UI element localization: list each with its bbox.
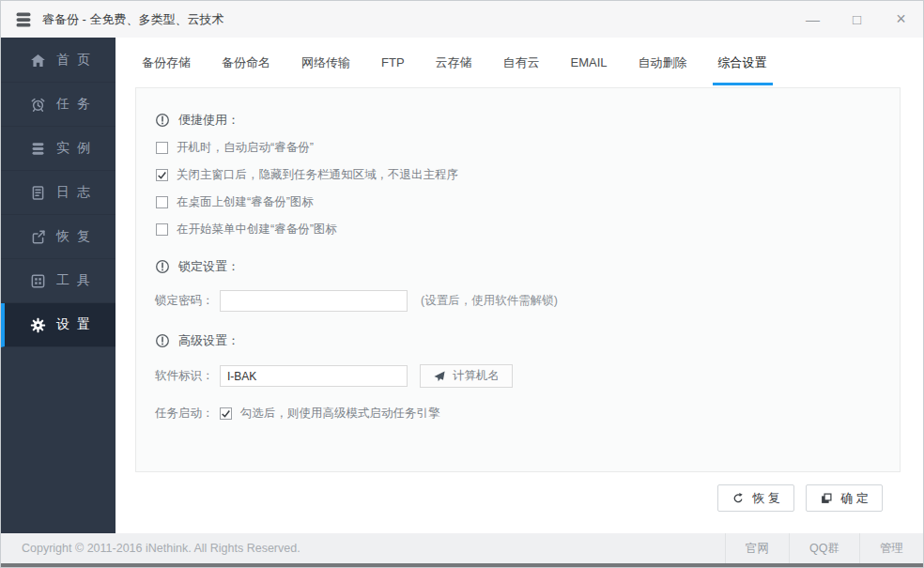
tab-network-transfer[interactable]: 网络传输	[300, 38, 352, 87]
option-startmenu-icon-row: 在开始菜单中创建“睿备份”图标	[155, 222, 881, 238]
gear-icon	[30, 317, 46, 333]
database-icon	[30, 141, 46, 157]
tab-cloud-storage[interactable]: 云存储	[434, 38, 474, 87]
option-desktop-icon-row: 在桌面上创建“睿备份”图标	[155, 194, 881, 210]
autostart-checkbox[interactable]	[156, 142, 168, 154]
option-label: 开机时，自动启动“睿备份”	[177, 140, 314, 156]
tab-backup-storage[interactable]: 备份存储	[140, 38, 192, 87]
software-id-input[interactable]	[220, 365, 408, 387]
tab-auto-delete[interactable]: 自动删除	[637, 38, 689, 87]
section-title: 便捷使用：	[178, 112, 239, 129]
alarm-icon	[30, 97, 46, 113]
tab-own-cloud[interactable]: 自有云	[501, 38, 542, 87]
section-title: 锁定设置：	[178, 258, 239, 275]
sidebar-item-instances[interactable]: 实 例	[1, 127, 116, 171]
tab-email[interactable]: EMAIL	[569, 38, 609, 87]
footer-link-admin[interactable]: 管理	[859, 533, 923, 563]
main-content: 备份存储 备份命名 网络传输 FTP 云存储 自有云 EMAIL 自动删除 综合…	[116, 38, 923, 533]
sidebar-item-label: 首 页	[56, 52, 92, 69]
home-icon	[30, 53, 46, 69]
settings-tabbar: 备份存储 备份命名 网络传输 FTP 云存储 自有云 EMAIL 自动删除 综合…	[116, 38, 923, 87]
tab-general-settings[interactable]: 综合设置	[716, 38, 769, 87]
sidebar-item-recovery[interactable]: 恢 复	[1, 215, 116, 259]
sidebar-item-label: 恢 复	[56, 228, 92, 245]
tab-ftp[interactable]: FTP	[379, 38, 407, 87]
action-buttons: 恢 复 确 定	[116, 484, 883, 512]
info-exclamation-icon	[155, 333, 170, 348]
log-icon	[30, 185, 46, 201]
lock-password-label: 锁定密码：	[155, 293, 220, 309]
task-start-row: 任务启动： 勾选后，则使用高级模式启动任务引擎	[155, 406, 881, 422]
sidebar-item-settings[interactable]: 设 置	[1, 303, 116, 347]
option-label: 在开始菜单中创建“睿备份”图标	[177, 222, 337, 238]
task-start-label: 任务启动：	[155, 406, 220, 422]
tools-icon	[30, 273, 46, 289]
tab-backup-naming[interactable]: 备份命名	[220, 38, 272, 87]
sidebar-item-label: 设 置	[56, 316, 92, 333]
titlebar: 睿备份 - 全免费、多类型、云技术 — □ ×	[1, 1, 923, 38]
settings-panel: 便捷使用： 开机时，自动启动“睿备份” 关闭主窗口后，隐藏到任务栏通知区域，不退…	[135, 87, 901, 472]
desktop-icon-checkbox[interactable]	[156, 196, 168, 208]
copyright-text: Copyright © 2011-2016 iNethink. All Righ…	[1, 542, 725, 555]
startmenu-icon-checkbox[interactable]	[156, 223, 168, 236]
lock-password-hint: (设置后，使用软件需解锁)	[421, 293, 558, 309]
sidebar-item-logs[interactable]: 日 志	[1, 171, 116, 215]
sidebar-item-tasks[interactable]: 任 务	[1, 83, 116, 127]
restore-button-label: 恢 复	[752, 490, 780, 507]
footer-link-official-site[interactable]: 官网	[725, 533, 789, 563]
sidebar-item-label: 日 志	[56, 184, 92, 201]
app-logo-database-icon	[13, 9, 34, 30]
hide-to-tray-checkbox[interactable]	[156, 169, 168, 181]
section-advanced-settings: 高级设置：	[155, 332, 881, 349]
section-lock-settings: 锁定设置：	[155, 258, 881, 275]
maximize-button[interactable]: □	[835, 1, 879, 38]
footer: Copyright © 2011-2016 iNethink. All Righ…	[1, 533, 923, 563]
info-exclamation-icon	[155, 113, 170, 128]
sidebar-item-tools[interactable]: 工 具	[1, 259, 116, 303]
sidebar-item-home[interactable]: 首 页	[1, 38, 116, 83]
info-exclamation-icon	[155, 259, 170, 274]
option-autostart-row: 开机时，自动启动“睿备份”	[155, 140, 881, 156]
confirm-button-label: 确 定	[840, 490, 869, 507]
software-id-label: 软件标识：	[155, 368, 220, 384]
confirm-button[interactable]: 确 定	[806, 484, 883, 512]
software-id-row: 软件标识： 计算机名	[155, 364, 881, 388]
sidebar-item-label: 实 例	[56, 140, 92, 157]
window-bottom-edge	[1, 563, 923, 567]
computer-name-button[interactable]: 计算机名	[420, 364, 513, 388]
lock-password-input[interactable]	[220, 290, 408, 312]
restore-defaults-button[interactable]: 恢 复	[717, 484, 794, 512]
restore-icon	[30, 229, 46, 245]
advanced-mode-checkbox[interactable]	[220, 407, 232, 420]
footer-link-qq-group[interactable]: QQ群	[789, 533, 859, 563]
option-label: 关闭主窗口后，隐藏到任务栏通知区域，不退出主程序	[177, 167, 458, 183]
send-paper-plane-icon	[433, 370, 446, 383]
confirm-squares-icon	[820, 492, 833, 505]
window-controls: — □ ×	[791, 1, 923, 38]
option-label: 在桌面上创建“睿备份”图标	[177, 194, 314, 210]
section-convenient-use: 便捷使用：	[155, 112, 881, 129]
window-title: 睿备份 - 全免费、多类型、云技术	[42, 11, 224, 28]
computer-name-button-label: 计算机名	[453, 368, 500, 384]
section-title: 高级设置：	[178, 332, 239, 349]
sidebar: 首 页 任 务 实 例	[1, 38, 116, 533]
app-window: 睿备份 - 全免费、多类型、云技术 — □ × 首 页 任 务	[0, 0, 924, 568]
sidebar-item-label: 任 务	[56, 96, 92, 113]
option-hide-to-tray-row: 关闭主窗口后，隐藏到任务栏通知区域，不退出主程序	[155, 167, 881, 183]
advanced-mode-label: 勾选后，则使用高级模式启动任务引擎	[240, 406, 440, 422]
close-button[interactable]: ×	[879, 1, 923, 38]
sidebar-item-label: 工 具	[56, 272, 92, 289]
minimize-button[interactable]: —	[791, 1, 835, 38]
refresh-icon	[732, 492, 745, 505]
lock-password-row: 锁定密码： (设置后，使用软件需解锁)	[155, 290, 881, 312]
